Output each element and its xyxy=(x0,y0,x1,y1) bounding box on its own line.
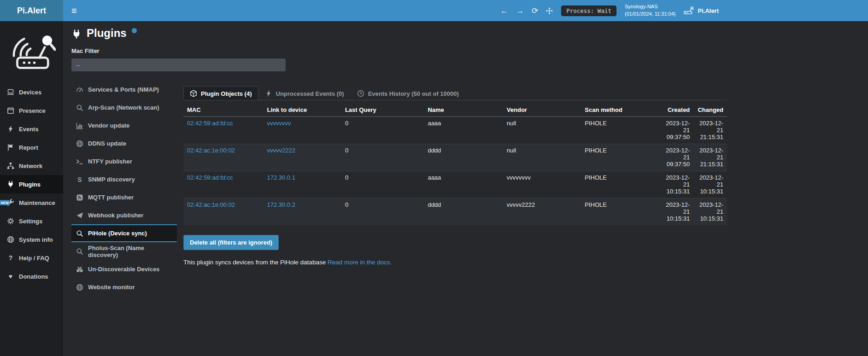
sidebar-item-plugins[interactable]: Plugins xyxy=(0,175,63,193)
col-link-to-device: Link to device xyxy=(263,104,341,117)
search-icon xyxy=(76,104,83,111)
sidebar-item-devices[interactable]: Devices xyxy=(0,83,63,101)
cell-created: 2023-12-21 09:37:50 xyxy=(657,144,694,171)
gear-icon xyxy=(7,217,14,225)
mqtt-icon xyxy=(76,194,83,201)
plugin-nav-label: Vendor update xyxy=(88,122,129,129)
mac-link[interactable]: 02:42:59:ad:fd:cc xyxy=(187,120,233,127)
table-row: 02:42:ac:1e:00:02 172.30.0.2 0 dddd vvvv… xyxy=(183,198,727,226)
cell-created: 2023-12-21 10:15:31 xyxy=(657,171,694,198)
mac-link[interactable]: 02:42:ac:1e:00:02 xyxy=(187,147,235,154)
move-icon[interactable] xyxy=(546,7,553,14)
host-info: Synology-NAS (01/01/2024, 11:31:04) xyxy=(625,3,676,18)
cell-link-to-device: vvvvvvvv xyxy=(263,117,341,144)
cell-vendor: vvvvv2222 xyxy=(503,198,581,226)
sidebar-item-maintenance[interactable]: NEW Maintenance xyxy=(0,193,63,212)
docs-link[interactable]: Read more in the docs. xyxy=(328,259,392,266)
refresh-icon[interactable]: ⟳ xyxy=(532,7,538,15)
tabbar: Plugin Objects (4) Unprocessed Events (0… xyxy=(183,86,727,100)
plugin-nav-label: MQTT publisher xyxy=(88,194,134,201)
plugin-nav-item-ddns-update[interactable]: DDNS update xyxy=(71,134,177,152)
plugin-nav-label: Services & Ports (NMAP) xyxy=(88,86,159,93)
plugin-nav-item-pihole[interactable]: PiHole (Device sync) xyxy=(71,224,177,242)
globe-icon xyxy=(76,140,83,147)
cell-created: 2023-12-21 09:37:50 xyxy=(657,117,694,144)
sidebar-item-label: System info xyxy=(19,236,53,243)
table-row: 02:42:59:ad:fd:cc vvvvvvvv 0 aaaa null P… xyxy=(183,117,727,144)
plugin-nav-label: Webhook publisher xyxy=(88,212,143,219)
gauge-icon xyxy=(76,86,83,93)
plugin-nav-item-nmap[interactable]: Services & Ports (NMAP) xyxy=(71,81,177,99)
cell-link-to-device: 172.30.0.2 xyxy=(263,198,341,226)
chart-icon xyxy=(76,122,83,129)
sidebar-item-settings[interactable]: Settings xyxy=(0,212,63,230)
plugin-nav-item-undiscoverable[interactable]: Un-Discoverable Devices xyxy=(71,260,177,278)
sidebar-item-label: Presence xyxy=(19,107,46,114)
table-row: 02:42:ac:1e:00:02 vvvvv2222 0 dddd null … xyxy=(183,144,727,171)
sidebar-item-network[interactable]: Network xyxy=(0,157,63,175)
cell-changed: 2023-12-21 10:15:31 xyxy=(693,198,727,226)
sidebar-item-presence[interactable]: Presence xyxy=(0,101,63,120)
tab-label: Unprocessed Events (0) xyxy=(276,90,344,97)
sidebar-item-label: Plugins xyxy=(19,181,41,188)
plugin-nav-item-ntfy[interactable]: NTFY publisher xyxy=(71,152,177,170)
search-icon xyxy=(76,248,83,255)
plugin-nav-item-website-monitor[interactable]: Website monitor xyxy=(71,278,177,296)
tab-plugin-objects[interactable]: Plugin Objects (4) xyxy=(183,86,258,100)
mac-link[interactable]: 02:42:ac:1e:00:02 xyxy=(187,201,235,208)
sidebar-menu: Devices Presence Events Report Network P… xyxy=(0,83,63,286)
device-link[interactable]: vvvvvvvv xyxy=(267,120,291,127)
plugin-nav-item-snmp[interactable]: S SNMP discovery xyxy=(71,170,177,188)
topbar-brand-right: Pi.Alert xyxy=(684,6,719,15)
sitemap-icon xyxy=(7,162,14,169)
col-mac: MAC xyxy=(183,104,263,117)
sidebar-toggle-button[interactable]: ≡ xyxy=(63,0,85,21)
plugin-nav-item-webhook[interactable]: Webhook publisher xyxy=(71,206,177,224)
plugin-description-text: This plugin syncs devices from the PiHol… xyxy=(183,259,326,266)
plugin-nav-item-arp-scan[interactable]: Arp-Scan (Network scan) xyxy=(71,99,177,117)
cell-last-query: 0 xyxy=(341,144,424,171)
help-tooltip-icon[interactable] xyxy=(132,28,137,33)
cell-mac: 02:42:59:ad:fd:cc xyxy=(183,171,263,198)
plugin-nav-item-mqtt[interactable]: MQTT publisher xyxy=(71,188,177,206)
page-title: Plugins xyxy=(71,27,868,40)
cell-scan-method: PIHOLE xyxy=(581,198,656,226)
device-link[interactable]: 172.30.0.1 xyxy=(267,174,295,181)
mac-link[interactable]: 02:42:59:ad:fd:cc xyxy=(187,174,233,181)
plugin-nav-label: NTFY publisher xyxy=(88,158,132,165)
device-link[interactable]: 172.30.0.2 xyxy=(267,201,295,208)
device-link[interactable]: vvvvv2222 xyxy=(267,147,295,154)
plugin-nav-label: Pholus-Scan (Name discovery) xyxy=(88,245,173,258)
sidebar-item-label: Report xyxy=(19,144,38,151)
delete-all-button[interactable]: Delete all (filters are ignored) xyxy=(183,235,279,250)
sidebar-item-events[interactable]: Events xyxy=(0,120,63,138)
forward-arrow-icon[interactable]: → xyxy=(516,7,524,15)
plug-icon xyxy=(71,29,82,39)
cell-link-to-device: 172.30.0.1 xyxy=(263,171,341,198)
col-last-query: Last Query xyxy=(341,104,424,117)
back-arrow-icon[interactable]: ← xyxy=(500,7,508,15)
cube-icon xyxy=(190,90,197,97)
sidebar-item-help-faq[interactable]: ? Help / FAQ xyxy=(0,249,63,267)
plugin-nav-label: DDNS update xyxy=(88,140,126,147)
host-timestamp: (01/01/2024, 11:31:04) xyxy=(625,11,676,18)
pialert-logo xyxy=(0,21,63,80)
mac-filter-input[interactable] xyxy=(71,58,286,71)
tab-label: Events History (50 out of 10000) xyxy=(368,90,459,97)
tab-unprocessed-events[interactable]: Unprocessed Events (0) xyxy=(258,86,351,100)
main-content: Plugins Mac Filter Services & Ports (NMA… xyxy=(63,21,868,356)
app-logo[interactable]: Pi.Alert xyxy=(0,0,63,21)
plugins-content: Services & Ports (NMAP) Arp-Scan (Networ… xyxy=(71,81,868,296)
new-badge: NEW xyxy=(0,200,10,205)
cell-name: dddd xyxy=(424,144,503,171)
sidebar-item-system-info[interactable]: System info xyxy=(0,230,63,249)
sidebar-item-label: Settings xyxy=(19,218,42,225)
plugin-nav-item-vendor-update[interactable]: Vendor update xyxy=(71,117,177,134)
sidebar-item-report[interactable]: Report xyxy=(0,138,63,157)
search-icon xyxy=(76,230,83,237)
plugin-nav-item-pholus-scan[interactable]: Pholus-Scan (Name discovery) xyxy=(71,242,177,260)
sidebar-item-label: Maintenance xyxy=(19,199,55,206)
paper-plane-icon xyxy=(76,212,83,219)
tab-events-history[interactable]: Events History (50 out of 10000) xyxy=(351,86,465,100)
sidebar-item-donations[interactable]: ♥ Donations xyxy=(0,267,63,286)
